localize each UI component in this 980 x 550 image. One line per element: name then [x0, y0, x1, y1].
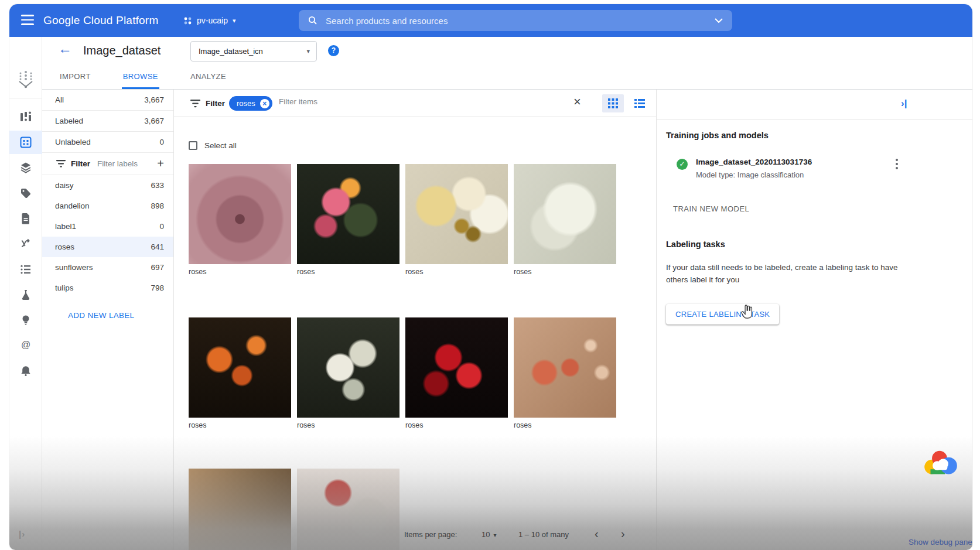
- sidebar-item-dashboard[interactable]: [9, 105, 42, 129]
- image-tile-5[interactable]: [189, 317, 291, 418]
- panel-divider: [657, 119, 972, 119]
- items-per-page-value: 10: [482, 530, 490, 539]
- label-row-sunflowers[interactable]: sunflowers 697: [42, 257, 173, 278]
- label-count: 898: [151, 201, 164, 210]
- sidebar-item-insights[interactable]: [9, 308, 42, 332]
- back-arrow-icon[interactable]: ←: [58, 40, 72, 57]
- label-row-daisy[interactable]: daisy 633: [42, 175, 173, 196]
- ai-platform-logo-icon: [17, 71, 35, 90]
- previous-page-icon[interactable]: ‹: [595, 527, 599, 541]
- summary-label: All: [55, 95, 64, 104]
- chip-remove-icon[interactable]: ×: [260, 99, 269, 108]
- layers-icon: [20, 162, 32, 173]
- label-name: tulips: [55, 283, 74, 292]
- document-icon: [20, 213, 32, 224]
- list-view-icon: [634, 99, 645, 108]
- sidebar-item-jobs[interactable]: [9, 258, 42, 281]
- dataset-header: ← Image_dataset Image_dataset_icn ▾ ?: [42, 37, 972, 66]
- image-caption: roses: [297, 421, 399, 429]
- project-selector[interactable]: pv-ucaip ▾: [183, 4, 235, 37]
- summary-row-labeled[interactable]: Labeled 3,667: [42, 111, 173, 132]
- grid-view-toggle[interactable]: [602, 94, 624, 112]
- sidebar-item-notifications[interactable]: [9, 359, 42, 382]
- tab-browse[interactable]: BROWSE: [122, 66, 159, 89]
- chip-label: roses: [237, 99, 255, 108]
- dataset-select[interactable]: Image_dataset_icn ▾: [190, 41, 317, 62]
- chevron-down-icon: ▾: [233, 17, 236, 25]
- tab-analyze[interactable]: ANALYZE: [189, 66, 227, 89]
- clear-filter-icon[interactable]: ×: [573, 94, 581, 110]
- search-input[interactable]: [326, 16, 715, 26]
- brand-title: Google Cloud Platform: [43, 4, 158, 37]
- model-name-link[interactable]: Image_dataset_2020113031736: [696, 158, 812, 166]
- items-filter-bar: Filter roses × ×: [174, 90, 656, 117]
- sidebar-item-experiments[interactable]: [9, 283, 42, 306]
- image-tile-3[interactable]: [405, 164, 508, 264]
- label-row-roses[interactable]: roses 641: [42, 237, 173, 257]
- project-name: pv-ucaip: [197, 16, 228, 25]
- model-options-icon[interactable]: [893, 159, 901, 172]
- summary-label: Unlabeled: [55, 138, 91, 146]
- tab-import[interactable]: IMPORT: [59, 66, 92, 89]
- list-view-toggle[interactable]: [629, 94, 650, 112]
- image-tile-8[interactable]: [514, 317, 616, 418]
- label-row-tulips[interactable]: tulips 798: [42, 278, 173, 298]
- image-tile-6[interactable]: [297, 317, 399, 418]
- image-tile-4[interactable]: [514, 164, 616, 264]
- image-caption: roses: [514, 268, 616, 276]
- summary-row-all[interactable]: All 3,667: [42, 90, 173, 111]
- image-tile-9[interactable]: [189, 469, 291, 550]
- sidebar-item-notebooks[interactable]: [9, 207, 42, 230]
- image-tile-2[interactable]: [297, 164, 399, 264]
- select-all-control[interactable]: Select all: [189, 141, 237, 150]
- next-page-icon[interactable]: ›: [621, 527, 625, 541]
- sidebar-item-labeling[interactable]: [9, 182, 42, 205]
- sidebar-item-features[interactable]: [9, 156, 42, 179]
- image-grid-area: Filter roses × × Select all roses roses …: [174, 90, 656, 550]
- top-app-bar: Google Cloud Platform pv-ucaip ▾ >_ ? 1: [9, 4, 972, 37]
- image-caption: roses: [405, 421, 508, 429]
- project-logo-icon: [183, 16, 192, 25]
- dataset-tabs: IMPORT BROWSE ANALYZE: [42, 66, 972, 90]
- global-search[interactable]: [299, 10, 732, 31]
- rail-divider: [9, 98, 42, 98]
- sidebar-item-pipelines[interactable]: [9, 232, 42, 255]
- image-caption: roses: [189, 421, 291, 429]
- sidebar-item-endpoints[interactable]: @: [9, 333, 42, 357]
- show-debug-pane-link[interactable]: Show debug pane: [909, 538, 972, 546]
- dataset-select-value: Image_dataset_icn: [199, 47, 306, 56]
- image-tile-10[interactable]: [297, 469, 399, 550]
- select-all-checkbox[interactable]: [189, 141, 197, 150]
- filter-items-input[interactable]: [279, 97, 455, 106]
- dashboard-icon: [20, 111, 32, 123]
- label-row-label1[interactable]: label1 0: [42, 216, 173, 237]
- items-per-page-select[interactable]: 10▾: [482, 530, 497, 539]
- label-filter-row: Filter +: [42, 153, 173, 175]
- gcp-console-window: Google Cloud Platform pv-ucaip ▾ >_ ? 1 …: [9, 4, 972, 550]
- image-tile-1[interactable]: [189, 164, 291, 264]
- image-tile-7[interactable]: [405, 317, 508, 418]
- collapse-panel-icon[interactable]: ›|: [901, 98, 907, 110]
- expand-rail-icon[interactable]: |›: [19, 529, 25, 539]
- left-nav-rail: @ |›: [9, 37, 42, 550]
- summary-count: 0: [159, 138, 164, 146]
- chevron-down-icon: ▾: [493, 532, 496, 538]
- sidebar-item-datasets[interactable]: [9, 131, 42, 154]
- label-row-dandelion[interactable]: dandelion 898: [42, 196, 173, 216]
- label-name: sunflowers: [55, 263, 93, 272]
- lightbulb-icon: [20, 314, 32, 326]
- filter-chip-roses[interactable]: roses ×: [229, 96, 272, 111]
- chevron-down-icon[interactable]: [715, 18, 723, 23]
- label-filter-input[interactable]: [97, 159, 155, 168]
- add-new-label-button[interactable]: ADD NEW LABEL: [68, 311, 134, 320]
- mouse-cursor-icon: [740, 304, 754, 320]
- dataset-help-icon[interactable]: ?: [328, 45, 339, 56]
- label-name: dandelion: [55, 201, 90, 210]
- filter-funnel-icon: [56, 160, 66, 168]
- image-caption: roses: [405, 268, 508, 276]
- add-label-plus-icon[interactable]: +: [155, 157, 166, 170]
- summary-row-unlabeled[interactable]: Unlabeled 0: [42, 132, 173, 153]
- hamburger-menu-icon[interactable]: [21, 15, 34, 26]
- train-new-model-button[interactable]: TRAIN NEW MODEL: [673, 204, 749, 213]
- create-labeling-task-button[interactable]: CREATE LABELING TASK: [666, 304, 779, 324]
